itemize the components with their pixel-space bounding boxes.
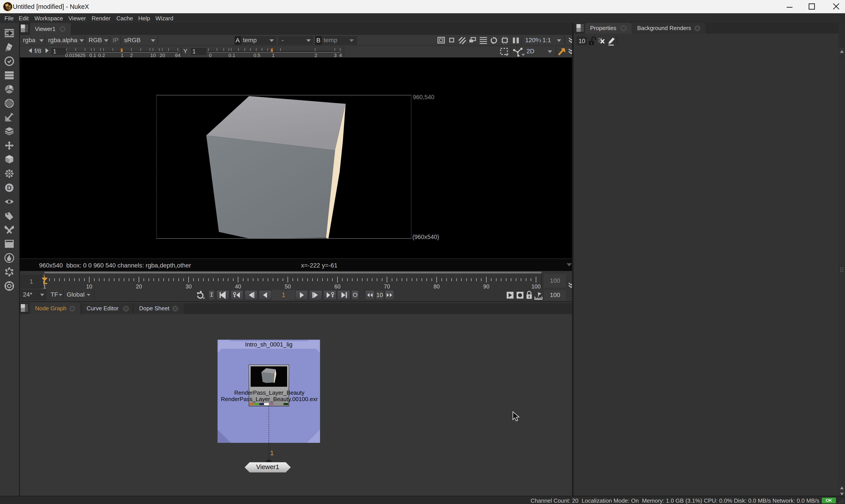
svg-text:D: D xyxy=(7,184,12,191)
